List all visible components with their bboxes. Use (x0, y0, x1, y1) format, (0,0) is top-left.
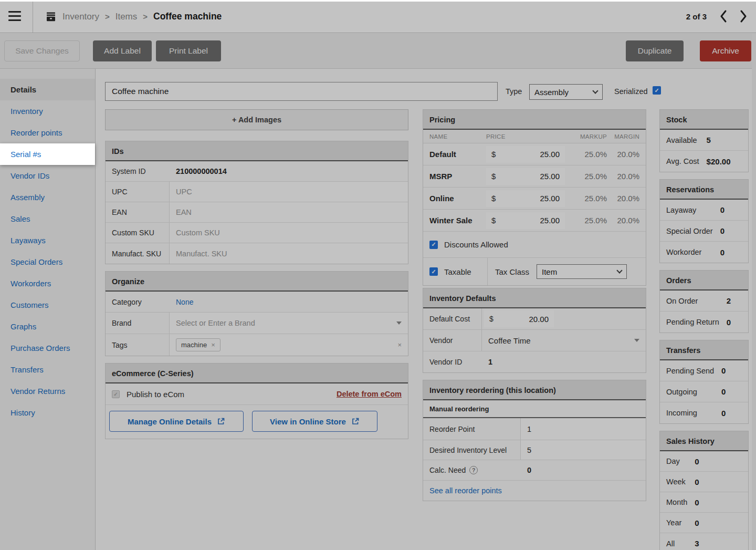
sidebar-item-special-orders[interactable]: Special Orders (0, 251, 95, 273)
manufact-sku-label: Manufact. SKU (106, 243, 170, 264)
default-cost-input[interactable] (494, 315, 549, 324)
price-name: Default (429, 150, 486, 159)
vendor-dropdown[interactable]: Coffee Time (482, 330, 646, 351)
serialized-checkbox[interactable]: ✓ (653, 86, 661, 95)
currency-symbol: $ (491, 172, 496, 181)
sidebar-item-transfers[interactable]: Transfers (0, 359, 95, 380)
breadcrumb-inventory[interactable]: Inventory (62, 12, 99, 22)
taxable-checkbox[interactable]: ✓ (429, 267, 438, 276)
price-row-default: Default $ 25.0% 20.0% (423, 143, 646, 165)
stock-section: Stock Available5 Avg. Cost$20.00 (659, 109, 749, 172)
external-link-icon (351, 417, 360, 426)
scrollbar-track[interactable] (752, 34, 756, 550)
calc-need-label-wrap: Calc. Need ? (423, 460, 521, 480)
transfers-title: Transfers (660, 340, 748, 360)
publish-ecom-checkbox[interactable]: ✓ (112, 390, 120, 398)
brand-row: Brand (106, 313, 408, 334)
col-markup: MARKUP (573, 133, 607, 140)
duplicate-button[interactable]: Duplicate (626, 40, 684, 61)
sidebar-item-reorder-points[interactable]: Reorder points (0, 122, 95, 143)
currency-symbol: $ (489, 315, 494, 323)
stat-label: Day (660, 451, 687, 472)
desired-level-input[interactable] (527, 446, 639, 454)
discounts-allowed-checkbox[interactable]: ✓ (429, 241, 438, 249)
sidebar-item-customers[interactable]: Customers (0, 294, 95, 316)
brand-input[interactable] (176, 319, 396, 327)
sidebar-item-workorders[interactable]: Workorders (0, 273, 95, 294)
price-default-input[interactable] (496, 150, 560, 159)
brand-combobox[interactable] (170, 313, 408, 334)
sidebar-item-details[interactable]: Details (0, 79, 95, 100)
currency-symbol: $ (491, 150, 496, 159)
sidebar-item-vendor-ids[interactable]: Vendor IDs (0, 165, 95, 186)
stat-row: On Order2 (660, 290, 748, 312)
price-input-wrap: $ (486, 190, 565, 207)
tags-clear-icon[interactable]: × (397, 341, 402, 349)
manage-online-details-button[interactable]: Manage Online Details (109, 411, 244, 432)
sidebar-item-serial-numbers[interactable]: Serial #s (0, 143, 95, 165)
print-label-button[interactable]: Print Label (156, 40, 221, 61)
default-cost-wrap: $ (484, 310, 554, 327)
sidebar-item-assembly[interactable]: Assembly (0, 186, 95, 208)
custom-sku-label: Custom SKU (106, 223, 170, 243)
tax-class-select[interactable]: Item (537, 264, 627, 279)
manufact-sku-input[interactable] (176, 250, 402, 258)
stat-value: 0 (719, 312, 748, 333)
chevron-down-icon (616, 267, 622, 273)
add-label-button[interactable]: Add Label (93, 40, 152, 61)
stat-value: 0 (713, 200, 748, 221)
ecommerce-section: eCommerce (C-Series) ✓ Publish to eCom D… (105, 363, 408, 439)
tax-row: ✓ Taxable Tax Class Item (423, 258, 646, 285)
archive-button[interactable]: Archive (700, 40, 751, 61)
pricing-section-title: Pricing (423, 110, 646, 130)
save-changes-button[interactable]: Save Changes (4, 40, 80, 61)
pager-count: 2 of 3 (686, 12, 707, 21)
dropdown-arrow-icon[interactable] (396, 321, 402, 325)
toolbar: Save Changes Add Label Print Label Dupli… (0, 34, 756, 69)
upc-input[interactable] (176, 188, 402, 196)
tag-remove-icon[interactable]: × (211, 341, 215, 349)
ean-input[interactable] (176, 208, 402, 216)
price-msrp-input[interactable] (496, 172, 560, 181)
sidebar-item-inventory[interactable]: Inventory (0, 100, 95, 122)
next-item-button[interactable] (737, 9, 750, 24)
manual-reordering-subheader: Manual reordering (423, 400, 646, 418)
sidebar-item-history[interactable]: History (0, 402, 95, 423)
stat-value: 0 (714, 360, 748, 381)
stat-row: Pending Return0 (660, 312, 748, 333)
publish-ecom-row: ✓ Publish to eCom Delete from eCom (106, 383, 408, 405)
sidebar-item-layaways[interactable]: Layaways (0, 230, 95, 251)
previous-item-button[interactable] (717, 9, 730, 24)
view-in-online-store-button[interactable]: View in Online Store (252, 411, 377, 432)
breadcrumb-items[interactable]: Items (116, 12, 138, 22)
sidebar-item-purchase-orders[interactable]: Purchase Orders (0, 337, 95, 359)
sidebar-item-graphs[interactable]: Graphs (0, 316, 95, 337)
upc-row: UPC (106, 182, 408, 202)
reorder-point-input[interactable] (527, 425, 639, 433)
header-divider (33, 0, 33, 33)
item-pager: 2 of 3 (686, 0, 750, 33)
stat-label: Month (660, 492, 687, 513)
item-name-input[interactable] (105, 82, 498, 101)
type-select[interactable]: Assembly (529, 84, 603, 100)
stat-row: Pending Send0 (660, 360, 748, 381)
sidebar-item-sales[interactable]: Sales (0, 208, 95, 230)
stat-row: Available5 (660, 130, 748, 151)
help-question-icon[interactable]: ? (469, 466, 478, 474)
markup-value: 25.0% (573, 150, 607, 159)
stat-value: 2 (719, 290, 748, 312)
add-images-button[interactable]: + Add Images (105, 109, 408, 130)
chevron-left-icon (718, 9, 729, 23)
delete-from-ecom-link[interactable]: Delete from eCom (337, 390, 408, 398)
price-winter-sale-input[interactable] (496, 216, 560, 225)
calc-need-row: Calc. Need ? 0 (423, 460, 646, 481)
custom-sku-input[interactable] (176, 229, 402, 237)
hamburger-menu-icon[interactable] (8, 11, 21, 21)
tags-field[interactable]: machine × × (170, 334, 408, 356)
sidebar-item-vendor-returns[interactable]: Vendor Returns (0, 380, 95, 402)
see-all-reorder-points-link[interactable]: See all reorder points (429, 486, 502, 495)
main-content: Type Assembly Serialized ✓ + Add Images … (96, 69, 756, 550)
inventory-defaults-section: Inventory Defaults Default Cost $ Vendor… (423, 288, 646, 373)
category-value-link[interactable]: None (176, 298, 193, 306)
price-online-input[interactable] (496, 194, 560, 203)
